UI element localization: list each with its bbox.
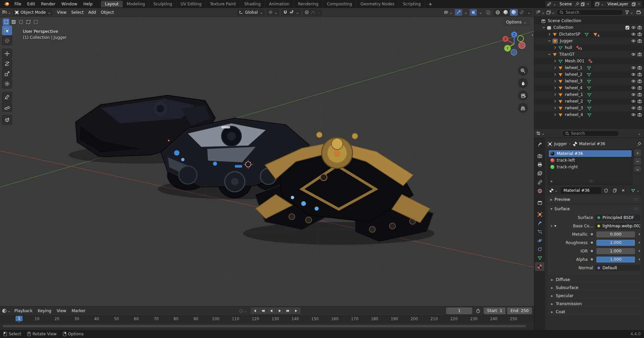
stopwatch-icon[interactable] xyxy=(474,307,482,314)
hide-viewport-icon[interactable] xyxy=(631,66,636,70)
disable-render-icon[interactable] xyxy=(637,39,642,43)
view-layer-name[interactable]: ViewLayer xyxy=(605,2,630,6)
disable-render-icon[interactable] xyxy=(637,113,642,117)
panel-specular[interactable]: ▸Specular xyxy=(548,292,641,299)
shading-dropdown[interactable]: ⌄ xyxy=(526,10,532,15)
viewport-pan-button[interactable] xyxy=(518,78,528,88)
workspace-tab-scripting[interactable]: Scripting xyxy=(399,1,425,7)
outliner-row-lwheel-1[interactable]: lwheel_1 xyxy=(534,64,644,71)
pivot-point[interactable]: ⌄ xyxy=(267,9,279,16)
add-workspace-button[interactable]: + xyxy=(425,1,436,7)
jump-first-button[interactable] xyxy=(251,307,259,314)
properties-tab-render[interactable] xyxy=(535,152,544,160)
chevron-right-icon[interactable] xyxy=(553,106,557,110)
disable-render-icon[interactable] xyxy=(637,106,642,110)
add-material-slot-button[interactable]: ＋ xyxy=(634,149,641,157)
scene-selector[interactable]: ⌄ Scene ✕ xyxy=(545,1,591,7)
frame-start-field[interactable]: Start1 xyxy=(484,307,505,314)
outliner-row-scene-collection[interactable]: Scene Collection xyxy=(534,17,644,24)
decorator-icon[interactable] xyxy=(639,233,640,235)
disable-render-icon[interactable] xyxy=(637,99,642,103)
frame-end-field[interactable]: End250 xyxy=(507,307,532,314)
chevron-right-icon[interactable] xyxy=(548,33,551,36)
surface-panel-header[interactable]: ▾Surface∷∷ xyxy=(548,205,641,213)
select-tweak-button[interactable] xyxy=(3,18,9,25)
chevron-down-icon[interactable] xyxy=(548,39,551,43)
tool-transform-button[interactable] xyxy=(2,79,12,89)
workspace-tab-layout[interactable]: Layout xyxy=(101,1,123,7)
select-lasso-button[interactable] xyxy=(25,18,32,25)
chevron-right-icon[interactable] xyxy=(553,66,557,69)
outliner-filter-icon[interactable]: ⌄ xyxy=(546,9,555,16)
play-reverse-button[interactable] xyxy=(267,307,275,314)
hide-viewport-icon[interactable] xyxy=(631,72,636,76)
outliner-row-lwheel-2[interactable]: lwheel_2 xyxy=(534,71,644,78)
tool-move-button[interactable] xyxy=(2,49,12,58)
prop-field-metallic[interactable]: 0.000 xyxy=(596,231,635,237)
gizmos-toggle[interactable] xyxy=(455,9,462,16)
disable-render-icon[interactable] xyxy=(637,52,642,56)
panel-coat[interactable]: ▸Coat xyxy=(548,308,641,316)
next-keyframe-button[interactable] xyxy=(284,307,292,314)
disable-render-icon[interactable] xyxy=(637,72,642,76)
hide-viewport-icon[interactable] xyxy=(631,79,636,83)
auto-keying-toggle[interactable]: ⌄ xyxy=(239,307,247,314)
shading-solid-button[interactable] xyxy=(502,9,510,16)
pin-id-icon[interactable] xyxy=(637,142,641,146)
hide-viewport-icon[interactable] xyxy=(631,86,636,90)
xray-toggle[interactable] xyxy=(484,9,492,16)
pin-icon[interactable] xyxy=(575,2,579,6)
chevron-right-icon[interactable] xyxy=(553,100,557,103)
breadcrumb-object[interactable]: Jugger xyxy=(554,142,567,146)
chevron-right-icon[interactable] xyxy=(553,46,557,49)
material-specials-button[interactable]: ⌄ xyxy=(634,166,641,172)
browse-material-button[interactable]: ⌄ xyxy=(548,187,559,194)
timeline-ruler[interactable]: 1020304050607080901001101201301401501601… xyxy=(0,316,534,323)
snapping-group[interactable]: ⌄ xyxy=(281,9,301,16)
preview-panel[interactable]: ▸Preview∷∷ xyxy=(548,195,641,203)
outliner-row-rwheel-3[interactable]: rwheel_3 xyxy=(534,105,644,111)
properties-tab-collection[interactable] xyxy=(535,198,544,207)
tool-cursor-button[interactable] xyxy=(2,36,12,45)
menu-render[interactable]: Render xyxy=(38,1,58,7)
workspace-tab-geometry-nodes[interactable]: Geometry Nodes xyxy=(357,1,399,7)
shading-wireframe-button[interactable] xyxy=(494,9,502,16)
decorator-icon[interactable] xyxy=(639,259,640,260)
jump-last-button[interactable] xyxy=(292,307,301,314)
tool-measure-button[interactable] xyxy=(2,102,12,112)
properties-tab-object[interactable] xyxy=(535,210,544,219)
properties-search-input[interactable]: Search xyxy=(562,130,619,136)
remove-material-slot-button[interactable]: − xyxy=(634,158,641,165)
editor-type-icon[interactable]: ⌄ xyxy=(2,9,11,16)
select-extend-button[interactable] xyxy=(32,18,39,25)
chevron-right-icon[interactable] xyxy=(553,59,557,63)
tool-add-cube-button[interactable] xyxy=(2,115,12,125)
mode-selector[interactable]: Object Mode ⌄ xyxy=(13,9,53,16)
proportional-editing[interactable]: ⌄ xyxy=(303,9,322,16)
node-socket-icon[interactable] xyxy=(590,240,594,246)
outliner-row-rwheel-2[interactable]: rwheel_2 xyxy=(534,98,644,105)
outliner-display-mode-icon[interactable]: ⌄ xyxy=(536,9,545,16)
prop-field-normal[interactable]: Default xyxy=(595,265,640,271)
properties-editor-type-icon[interactable]: ⌄ xyxy=(536,130,545,137)
chevron-right-icon[interactable] xyxy=(553,86,557,90)
viewport-zoom-button[interactable] xyxy=(518,66,528,76)
link-mesh-dropdown[interactable]: ⌄ xyxy=(629,187,641,194)
select-box-button[interactable] xyxy=(10,18,17,25)
chevron-right-icon[interactable] xyxy=(553,73,557,76)
disable-render-icon[interactable] xyxy=(637,86,642,90)
timeline-menu-marker[interactable]: Marker xyxy=(69,308,88,314)
outliner-row-hull[interactable]: hull3 xyxy=(534,44,644,51)
node-socket-icon[interactable] xyxy=(590,257,594,263)
hide-viewport-icon[interactable] xyxy=(631,106,636,110)
viewport-3d[interactable]: ⌄ Object Mode ⌄ ViewSelectAddObject Glob… xyxy=(0,8,534,306)
decorator-icon[interactable] xyxy=(639,250,640,252)
properties-tab-particles[interactable] xyxy=(535,227,544,236)
hide-viewport-icon[interactable] xyxy=(631,99,636,103)
prev-keyframe-button[interactable] xyxy=(259,307,267,314)
outliner-row-lwheel-3[interactable]: lwheel_3 xyxy=(534,78,644,84)
funnel-filter-icon[interactable]: ⌄ xyxy=(625,9,633,16)
slot-list-grip[interactable]: ▸∷∷ xyxy=(549,178,632,184)
overlays-toggle[interactable] xyxy=(470,9,477,16)
disable-render-icon[interactable] xyxy=(637,66,642,70)
